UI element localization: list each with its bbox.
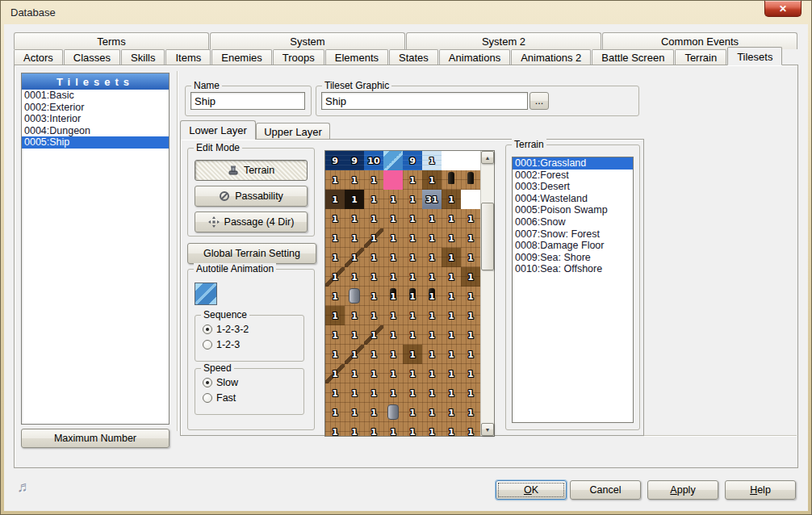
- tile-barrel[interactable]: [345, 287, 364, 306]
- tile-wood-plank[interactable]: 1: [383, 325, 403, 345]
- tile-wood-plank[interactable]: 1: [422, 248, 442, 267]
- tile-barrel[interactable]: [383, 403, 403, 422]
- tile-wood-plank[interactable]: 1: [325, 228, 345, 248]
- tile-wood-plank[interactable]: 1: [325, 209, 345, 228]
- tile-wood-plank[interactable]: 1: [422, 403, 442, 422]
- tab-tilesets[interactable]: Tilesets: [727, 47, 782, 65]
- tile-wood-plank[interactable]: 1: [403, 170, 422, 190]
- tile-wood-plank[interactable]: 1: [442, 287, 461, 306]
- tile-wood-plank[interactable]: 1: [325, 325, 345, 345]
- tile-wood-stairs[interactable]: 1: [364, 228, 383, 248]
- tile-wood-plank[interactable]: 1: [403, 248, 422, 267]
- tile-wood-plank[interactable]: 1: [325, 287, 345, 306]
- radio-icon[interactable]: [203, 378, 212, 387]
- tile-wood-plank[interactable]: 1: [461, 325, 480, 345]
- scroll-down-icon[interactable]: ▼: [481, 423, 494, 436]
- tab-enemies[interactable]: Enemies: [211, 49, 272, 65]
- tab-system[interactable]: System: [210, 32, 405, 49]
- music-note-icon[interactable]: ♬: [17, 479, 31, 496]
- tile-wood-stairs[interactable]: 1: [345, 345, 364, 364]
- tile-wood-plank[interactable]: 1: [422, 383, 442, 403]
- tile-wood-plank[interactable]: 1: [461, 248, 480, 267]
- tile-wood-plank[interactable]: 1: [422, 422, 442, 436]
- tile-wood-plank[interactable]: 1: [345, 325, 364, 345]
- tile-empty[interactable]: [461, 151, 480, 170]
- global-terrain-setting-button[interactable]: Global Terrain Setting: [187, 243, 316, 264]
- tile-bollard-post[interactable]: 1: [383, 287, 403, 306]
- tile-wood-plank[interactable]: 1: [442, 228, 461, 248]
- list-item-0001-grassland[interactable]: 0001:Grassland: [513, 157, 633, 170]
- tile-bollard-post[interactable]: 1: [422, 287, 442, 306]
- tab-terrain[interactable]: Terrain: [675, 49, 726, 65]
- tile-wood-plank[interactable]: 1: [442, 345, 461, 364]
- tile-wood-plank[interactable]: 1: [403, 383, 422, 403]
- scrollbar-thumb[interactable]: [481, 203, 494, 270]
- tile-wood-plank[interactable]: 1: [442, 364, 461, 383]
- tile-wood-plank[interactable]: 1: [403, 190, 422, 209]
- tile-wood-plank[interactable]: 1: [403, 306, 422, 325]
- tile-wood-plank[interactable]: 1: [422, 228, 442, 248]
- tile-wood-plank[interactable]: 1: [422, 306, 442, 325]
- radio-icon[interactable]: [203, 340, 212, 350]
- tile-wood-plank[interactable]: 1: [461, 306, 480, 325]
- radio-1-2-3-2[interactable]: 1-2-3-2: [203, 324, 249, 335]
- tile-wood-plank[interactable]: 1: [403, 364, 422, 383]
- tile-wood-plank[interactable]: 1: [364, 306, 383, 325]
- name-input[interactable]: [190, 92, 305, 110]
- tile-black-tile[interactable]: 1: [345, 190, 364, 209]
- tile-wood-plank[interactable]: 1: [383, 248, 403, 267]
- tile-wood-plank[interactable]: 1: [345, 170, 364, 190]
- tile-wood-stairs[interactable]: 1: [325, 364, 345, 383]
- list-item-0004-dungeon[interactable]: 0004:Dungeon: [22, 125, 169, 137]
- ok-button[interactable]: OK: [496, 480, 567, 500]
- tile-dark-plank[interactable]: 1: [403, 345, 422, 364]
- tile-wood-plank[interactable]: 1: [461, 287, 480, 306]
- tile-dark-plank[interactable]: 1: [461, 267, 480, 287]
- tile-deep-water[interactable]: 9: [345, 151, 364, 170]
- tile-wood-plank[interactable]: 1: [442, 325, 461, 345]
- tab-upper-layer[interactable]: Upper Layer: [256, 123, 330, 140]
- tile-wood-plank[interactable]: 1: [383, 209, 403, 228]
- list-item-0008-damage-floor[interactable]: 0008:Damage Floor: [513, 240, 633, 252]
- help-button[interactable]: Help: [725, 480, 796, 500]
- list-item-0002-forest[interactable]: 0002:Forest: [513, 170, 633, 182]
- tile-wood-stairs[interactable]: 1: [325, 267, 345, 287]
- list-item-0003-interior[interactable]: 0003:Interior: [22, 113, 169, 125]
- tile-dark-plank[interactable]: 1: [325, 306, 345, 325]
- radio-fast[interactable]: Fast: [203, 392, 236, 404]
- tab-actors[interactable]: Actors: [14, 49, 63, 65]
- tile-wood-plank[interactable]: 1: [461, 209, 480, 228]
- tile-wood-plank[interactable]: 1: [345, 209, 364, 228]
- tile-wood-plank[interactable]: 1: [345, 422, 364, 436]
- tile-wood-plank[interactable]: 1: [383, 306, 403, 325]
- tile-wood-plank[interactable]: 1: [325, 403, 345, 422]
- tab-states[interactable]: States: [389, 49, 438, 65]
- tile-deep-water[interactable]: 9: [325, 151, 345, 170]
- tile-wood-plank[interactable]: 1: [364, 403, 383, 422]
- close-button[interactable]: ✕: [764, 1, 802, 17]
- tile-wood-plank[interactable]: 1: [403, 403, 422, 422]
- tile-wood-plank[interactable]: 1: [442, 403, 461, 422]
- radio-icon[interactable]: [203, 393, 212, 403]
- tile-wood-plank[interactable]: 1: [461, 364, 480, 383]
- tab-lower-layer[interactable]: Lower Layer: [180, 120, 256, 140]
- list-item-0003-desert[interactable]: 0003:Desert: [513, 181, 633, 193]
- tab-elements[interactable]: Elements: [325, 49, 388, 65]
- tile-wood-plank[interactable]: 1: [461, 383, 480, 403]
- tab-animations[interactable]: Animations: [439, 49, 510, 65]
- tile-wood-plank[interactable]: 1: [442, 383, 461, 403]
- tile-wood-plank[interactable]: 1: [345, 364, 364, 383]
- tab-system-2[interactable]: System 2: [406, 32, 601, 49]
- radio-1-2-3[interactable]: 1-2-3: [203, 339, 240, 350]
- tile-wood-plank[interactable]: 1: [383, 228, 403, 248]
- tile-wood-stairs[interactable]: 1: [364, 325, 383, 345]
- list-item-0009-sea-shore[interactable]: 0009:Sea: Shore: [513, 252, 633, 264]
- tile-wood-plank[interactable]: 1: [442, 422, 461, 436]
- tile-wood-plank[interactable]: 1: [383, 267, 403, 287]
- tile-wood-plank[interactable]: 1: [422, 364, 442, 383]
- tile-bollard-post[interactable]: [461, 170, 480, 190]
- tab-terms[interactable]: Terms: [14, 32, 209, 49]
- tile-wood-plank[interactable]: 1: [383, 383, 403, 403]
- cancel-button[interactable]: Cancel: [570, 480, 641, 500]
- tile-bollard-post[interactable]: [442, 170, 461, 190]
